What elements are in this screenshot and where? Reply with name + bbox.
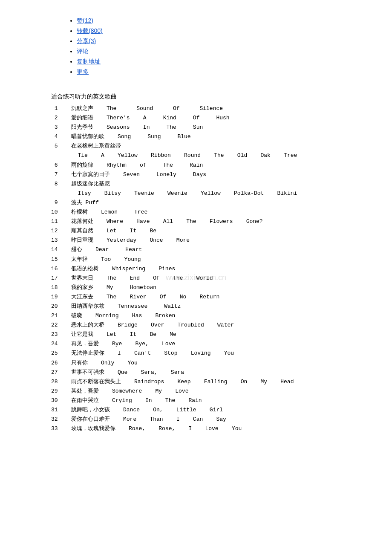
list-item: 6 雨的旋律 Rhythm of The Rain <box>51 161 366 170</box>
list-item: 21 破晓 Morning Has Broken <box>51 311 366 321</box>
list-item: 18 我的家乡 My Hometown <box>51 283 366 292</box>
copy-link[interactable]: 复制地址 <box>77 58 101 65</box>
list-item: 29 某处，吾爱 Somewhere My Love <box>51 387 366 396</box>
like-link[interactable]: 赞(12) <box>77 17 93 24</box>
list-item: 19 大江东去 The River Of No Return <box>51 292 366 302</box>
content-area: 适合练习听力的英文歌曲 1 沉默之声 The Sound Of Silence … <box>26 93 366 434</box>
song-list: 1 沉默之声 The Sound Of Silence 2 爱的细语 There… <box>51 104 366 434</box>
list-item: 9 波夫 Puff <box>51 198 366 208</box>
list-item: 15 太年轻 Too Young <box>51 255 366 264</box>
list-item: 24 再见，吾爱 Bye Bye, Love <box>51 339 366 349</box>
comment-link[interactable]: 评论 <box>77 48 89 55</box>
list-item: 22 恶水上的大桥 Bridge Over Troubled Water <box>51 321 366 330</box>
list-item: 8 超级迷你比基尼 <box>51 179 366 189</box>
action-list: 赞(12) 转载(800) 分享(3) 评论 复制地址 更多 <box>26 17 366 76</box>
action-item-copy[interactable]: 复制地址 <box>77 58 366 66</box>
share-link[interactable]: 分享(3) <box>77 38 96 44</box>
list-item: 5 在老橡树上系黄丝带 <box>51 142 366 151</box>
list-item-continuation: Itsy Bitsy Teenie Weenie Yellow Polka-Do… <box>51 189 366 198</box>
list-item: 10 柠檬树 Lemon Tree <box>51 208 366 217</box>
list-item: 2 爱的细语 There's A Kind Of Hush <box>51 113 366 123</box>
list-item: 1 沉默之声 The Sound Of Silence <box>51 104 366 113</box>
repost-link[interactable]: 转载(800) <box>77 27 103 34</box>
list-item: 4 唱首忧郁的歌 Song Sung Blue <box>51 132 366 142</box>
list-item: 20 田纳西华尔兹 Tennessee Waltz <box>51 302 366 311</box>
section-title: 适合练习听力的英文歌曲 <box>51 93 366 101</box>
list-item: 27 世事不可强求 Que Sera, Sera <box>51 368 366 377</box>
list-item: 32 爱你在心口难开 More Than I Can Say <box>51 415 366 424</box>
list-item: 16 低语的松树 Whispering Pines <box>51 264 366 274</box>
list-item: 14 甜心 Dear Heart <box>51 245 366 254</box>
list-item: 13 昨日重现 Yesterday Once More <box>51 236 366 245</box>
list-item: 7 七个寂寞的日子 Seven Lonely Days <box>51 170 366 179</box>
list-item: 33 玫瑰，玫瑰我爱你 Rose, Rose, I Love You <box>51 424 366 434</box>
action-item-repost[interactable]: 转载(800) <box>77 27 366 35</box>
list-item: 17 世界末日 The End Of The World <box>51 274 366 283</box>
list-item: 28 雨点不断落在我头上 Raindrops Keep Falling On M… <box>51 377 366 387</box>
action-item-share[interactable]: 分享(3) <box>77 38 366 45</box>
list-item: 23 让它是我 Let It Be Me <box>51 330 366 339</box>
list-item: 25 无法停止爱你 I Can't Stop Loving You <box>51 349 366 358</box>
action-item-more[interactable]: 更多 <box>77 68 366 76</box>
list-item: 31 跳舞吧，小女孩 Dance On, Little Girl <box>51 405 366 415</box>
list-item-continuation: Tie A Yellow Ribbon Round The Old Oak Tr… <box>51 151 366 160</box>
list-item: 3 阳光季节 Seasons In The Sun <box>51 123 366 132</box>
list-item: 11 花落何处 Where Have All The Flowers Gone? <box>51 217 366 226</box>
action-item-comment[interactable]: 评论 <box>77 48 366 55</box>
action-item-like[interactable]: 赞(12) <box>77 17 366 25</box>
list-item: 12 顺其自然 Let It Be <box>51 226 366 236</box>
list-item: 26 只有你 Only You <box>51 358 366 368</box>
more-link[interactable]: 更多 <box>77 68 89 75</box>
list-item: 30 在雨中哭泣 Crying In The Rain <box>51 396 366 405</box>
